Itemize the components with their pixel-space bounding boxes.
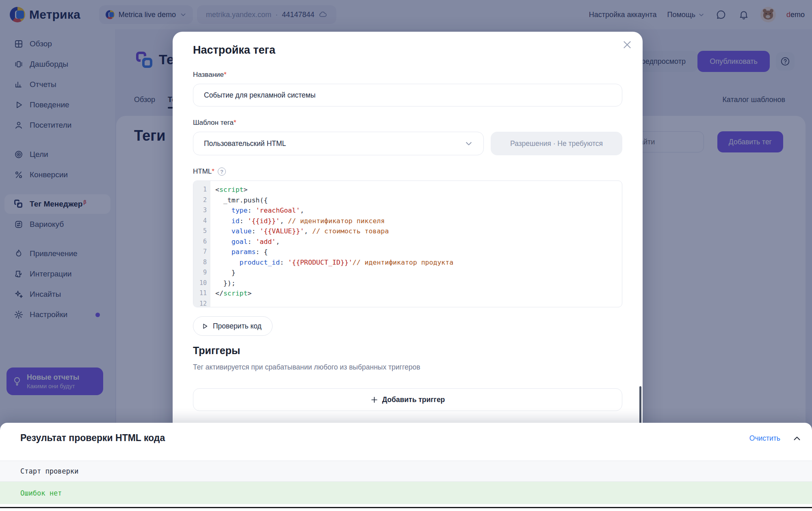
log-row-no-errors: Ошибок нет xyxy=(0,482,812,504)
check-code-label: Проверить код xyxy=(213,322,262,331)
close-icon xyxy=(622,39,632,50)
panel-title: Результат проверки HTML кода xyxy=(20,433,165,444)
required-mark: * xyxy=(224,71,227,78)
modal-title: Настройка тега xyxy=(193,44,275,57)
html-label: HTML* xyxy=(193,167,214,176)
required-mark: * xyxy=(234,119,236,126)
add-trigger-label: Добавить триггер xyxy=(382,396,445,404)
window-bottom-edge xyxy=(0,507,812,508)
check-code-button[interactable]: Проверить код xyxy=(193,316,273,336)
plus-icon xyxy=(370,396,378,404)
code-lines: <script> _tmr.push({ type: 'reachGoal', … xyxy=(210,181,622,307)
html-label-row: HTML* ? xyxy=(193,167,226,176)
play-icon xyxy=(201,323,208,330)
triggers-subtitle: Тег активируется при срабатывании любого… xyxy=(193,363,420,372)
name-label: Название* xyxy=(193,71,227,79)
close-button[interactable] xyxy=(621,38,634,51)
template-select-value: Пользовательский HTML xyxy=(204,139,286,148)
template-label: Шаблон тега* xyxy=(193,119,236,127)
chevron-down-icon xyxy=(465,139,473,148)
triggers-title: Триггеры xyxy=(193,345,240,357)
chevron-up-icon xyxy=(793,434,801,443)
tag-name-input[interactable] xyxy=(193,84,622,107)
template-select[interactable]: Пользовательский HTML xyxy=(193,132,484,155)
add-trigger-button[interactable]: Добавить триггер xyxy=(193,388,622,411)
collapse-panel-button[interactable] xyxy=(792,433,802,444)
clear-button[interactable]: Очистить xyxy=(749,434,780,443)
check-log: Старт проверки Ошибок нет xyxy=(0,461,812,504)
log-row-start: Старт проверки xyxy=(0,461,812,482)
html-help-icon[interactable]: ? xyxy=(218,167,226,176)
html-check-result-panel: Результат проверки HTML кода Очистить Ст… xyxy=(0,423,812,511)
html-code-editor[interactable]: 123456789101112 <script> _tmr.push({ typ… xyxy=(193,180,622,307)
permissions-button[interactable]: Разрешения · Не требуются xyxy=(491,132,622,155)
required-mark: * xyxy=(212,167,214,175)
code-gutter: 123456789101112 xyxy=(193,181,210,307)
